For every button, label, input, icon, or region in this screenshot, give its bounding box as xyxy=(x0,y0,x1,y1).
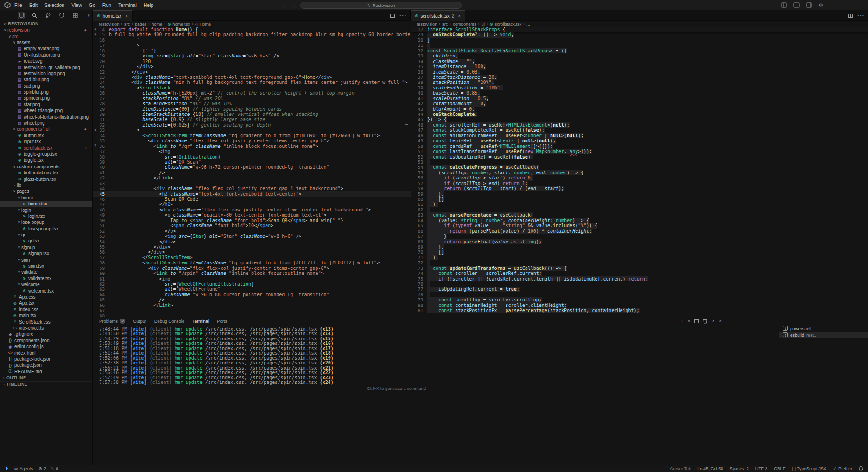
code-line-49[interactable]: 49 <p className="opacity-80 text-center … xyxy=(93,212,411,217)
code-line-41[interactable]: 41 /> xyxy=(93,170,411,175)
code-line-70[interactable]: 70 [] xyxy=(411,249,868,255)
code-line-71[interactable]: 71 ); xyxy=(411,255,868,260)
search-activity-icon[interactable] xyxy=(31,12,38,19)
panel-tab-output[interactable]: Output xyxy=(133,317,146,325)
code-line-72[interactable]: 72 xyxy=(411,260,868,265)
toggle-panel-icon[interactable] xyxy=(793,2,800,8)
menu-selection[interactable]: Selection xyxy=(44,2,64,8)
tree-file-.gitignore[interactable]: ◆.gitignore xyxy=(0,331,92,337)
code-line-31[interactable]: 31 xyxy=(411,43,868,48)
explorer-section-header[interactable]: ∨ RESTOVISION xyxy=(0,20,92,27)
code-line-42[interactable]: 42 rotationAmount = 0, xyxy=(411,101,868,106)
code-line-67[interactable]: 67 xyxy=(93,308,411,313)
outline-section[interactable]: › OUTLINE xyxy=(0,375,92,381)
tree-file-vite-env.d.ts[interactable]: TSvite-env.d.ts xyxy=(0,325,92,331)
code-line-68[interactable]: 68 xyxy=(93,313,411,317)
code-line-29[interactable]: 29 onStackComplete?: () => void, xyxy=(411,32,868,37)
code-line-36[interactable]: 36 itemScale = 0.03, xyxy=(411,70,868,75)
code-line-34[interactable]: 34 <ScrollStackItem itemClassName="bg-gr… xyxy=(93,133,411,138)
code-line-30[interactable]: 30 itemStackDistance={18} // smaller ver… xyxy=(93,112,411,117)
split-editor-icon[interactable] xyxy=(848,14,853,18)
tree-file-toggle.tsx[interactable]: ⊛toggle.tsx xyxy=(0,157,92,163)
tree-file-index.html[interactable]: <>index.html xyxy=(0,350,92,356)
tree-folder-validate[interactable]: ∨validate xyxy=(0,269,92,275)
code-line-45[interactable]: 45}) => { xyxy=(411,117,868,122)
tree-file-bottomtabnav.tsx[interactable]: ⊛bottomtabnav.tsx xyxy=(0,170,92,176)
code-line-53[interactable]: 53 xyxy=(411,159,868,165)
nav-back-icon[interactable]: ← xyxy=(282,2,287,8)
code-line-43[interactable]: 43 xyxy=(93,181,411,186)
code-line-29[interactable]: 29 itemDistance={60} // tighter spacing … xyxy=(93,107,411,112)
code-line-62[interactable]: 62 src={WheelOfFortuneIllustration} xyxy=(93,281,411,287)
nav-forward-icon[interactable]: → xyxy=(291,2,296,8)
code-line-22[interactable]: 22 </div> xyxy=(93,70,411,75)
tree-file-wheel.png[interactable]: ▤wheel.png xyxy=(0,120,92,126)
code-line-63[interactable]: 63 alt="WheelOfFortune" xyxy=(93,287,411,292)
code-line-47[interactable]: 47 const stackCompletedRef = useRef(fals… xyxy=(411,128,868,133)
tree-file-App.css[interactable]: #App.css xyxy=(0,294,92,300)
code-line-17[interactable]: 17interface ScrollStackProps { xyxy=(411,27,868,32)
tree-file-toggle-group.tsx[interactable]: ⊛toggle-group.tsx xyxy=(0,151,92,157)
tree-file-index.css[interactable]: #index.css xyxy=(0,306,92,313)
code-line-81[interactable]: 81 const stackPositionPx = parsePercenta… xyxy=(411,308,868,313)
tree-file-empty-avatar.png[interactable]: ▤empty-avatar.png xyxy=(0,45,92,51)
code-line-42[interactable]: 42 </Link> xyxy=(93,175,411,180)
tree-file-components.json[interactable]: {}components.json xyxy=(0,338,92,344)
code-line-44[interactable]: 44 onStackComplete, xyxy=(411,112,868,117)
code-line-32[interactable]: 32const ScrollStack: React.FC<ScrollStac… xyxy=(411,48,868,53)
code-line-33[interactable]: ●33 > xyxy=(93,128,411,133)
toggle-sidebar-icon[interactable] xyxy=(781,2,787,8)
editor-left[interactable]: ●14export default function Home() {●15h-… xyxy=(93,27,411,317)
tree-file-README.md[interactable]: ⓘREADME.md xyxy=(0,368,92,374)
code-line-77[interactable]: 77 isUpdatingRef.current = true; xyxy=(411,287,868,292)
tree-file-button.tsx[interactable]: ⊛button.tsx xyxy=(0,133,92,139)
split-terminal-icon[interactable] xyxy=(694,319,699,323)
tree-file-input.tsx[interactable]: ⊛input.tsx xyxy=(0,139,92,145)
source-control-icon[interactable] xyxy=(44,12,51,19)
code-line-50[interactable]: 50 Tap to <span className="font-bold">Sc… xyxy=(93,218,411,223)
code-line-48[interactable]: 48 <div className="flex flex-row justify… xyxy=(93,207,411,212)
tree-folder-login[interactable]: ∨login xyxy=(0,207,92,213)
command-search-box[interactable]: Restovision xyxy=(300,2,462,9)
code-line-53[interactable]: 53 <img src={Star} alt="Star" className=… xyxy=(93,234,411,239)
tree-file-glass-button.tsx[interactable]: ⊛glass-button.tsx xyxy=(0,176,92,182)
code-line-65[interactable]: 65 if (typeof value === "string" && valu… xyxy=(411,223,868,228)
code-line-58[interactable]: 58 <ScrollStackItem itemClassName="bg-gr… xyxy=(93,260,411,265)
code-line-59[interactable]: 59 <div className="flex flex-col justify… xyxy=(93,266,411,271)
chevron-down-icon[interactable]: ∨ xyxy=(85,12,92,19)
code-line-73[interactable]: 73 const updateCardTransforms = useCallb… xyxy=(411,266,868,271)
code-line-33[interactable]: 33 children, xyxy=(411,53,868,58)
code-line-66[interactable]: 66 return (parseFloat(value) / 100) * co… xyxy=(411,229,868,234)
tree-folder-assets[interactable]: ∨assets xyxy=(0,39,92,45)
terminal-instance-esbuild[interactable]: ❯esbuildrest... xyxy=(779,332,868,338)
code-line-21[interactable]: 21 </div> xyxy=(93,64,411,69)
code-line-67[interactable]: 67 } xyxy=(411,234,868,239)
code-line-51[interactable]: 51 const lastTransformsRef = useRef(new … xyxy=(411,149,868,154)
code-line-48[interactable]: 48 const animationFrameRef = useRef<numb… xyxy=(411,133,868,138)
panel-tab-problems[interactable]: Problems2 xyxy=(99,317,125,325)
tree-folder-welcome[interactable]: ∨welcome xyxy=(0,281,92,287)
tree-file-welcome.tsx[interactable]: ⊛welcome.tsx xyxy=(0,287,92,293)
code-line-74[interactable]: 74 const scroller = scrollerRef.current; xyxy=(411,271,868,276)
tree-folder-qr[interactable]: ∨qr xyxy=(0,232,92,238)
tree-file-sad.png[interactable]: ▤sad.png xyxy=(0,83,92,89)
tree-file-package.json[interactable]: {}package.json xyxy=(0,362,92,368)
code-line-37[interactable]: 37 <img xyxy=(93,149,411,154)
tree-folder-src[interactable]: ∨src xyxy=(0,33,92,39)
code-line-50[interactable]: 50 const cardsRef = useRef<HTMLElement[]… xyxy=(411,144,868,149)
tree-file-spin.tsx[interactable]: ⊛spin.tsx xyxy=(0,263,92,269)
status-utf-8[interactable]: UTF-8 xyxy=(755,466,767,471)
menu-go[interactable]: Go xyxy=(89,2,95,8)
tree-file-ScrollStack.css[interactable]: #ScrollStack.css xyxy=(0,319,92,325)
code-line-36[interactable]: 236 <Link to="/qr" className="inline-blo… xyxy=(93,144,411,149)
code-line-19[interactable]: 19 <img src={Star} alt="Star" className=… xyxy=(93,53,411,58)
problems-status[interactable]: ⊗2 ⚠0 xyxy=(38,466,58,471)
code-line-52[interactable]: 52 const isUpdatingRef = useRef(false); xyxy=(411,154,868,159)
tree-folder-components \ ui[interactable]: ∨components \ ui● xyxy=(0,126,92,132)
code-line-56[interactable]: 56 if (scrollTop < start) return 0; xyxy=(411,175,868,180)
code-line-28[interactable]: 28 scaleEndPosition="4%" // was 10% xyxy=(93,101,411,106)
tree-folder-spin[interactable]: ∨spin xyxy=(0,256,92,262)
tree-file-lose-popup.tsx[interactable]: ⊛lose-popup.tsx xyxy=(0,226,92,232)
menu-terminal[interactable]: Terminal xyxy=(118,2,137,8)
code-line-54[interactable]: 54 </div> xyxy=(93,239,411,244)
